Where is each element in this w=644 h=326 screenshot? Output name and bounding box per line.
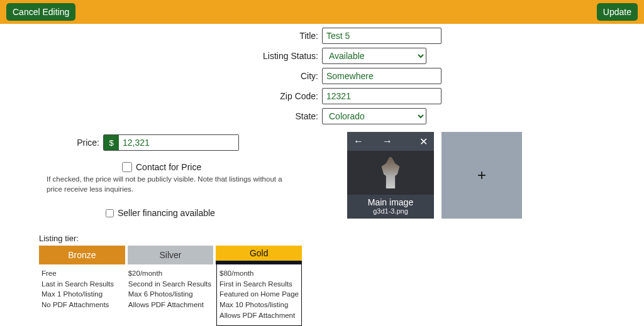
city-input[interactable] (322, 68, 441, 84)
listing-status-select[interactable]: Available (322, 48, 426, 64)
tier-tab-gold[interactable]: Gold (216, 246, 302, 261)
contact-for-price-checkbox[interactable] (122, 162, 132, 172)
tier-bronze-desc: Free Last in Search Results Max 1 Photo/… (39, 264, 123, 326)
title-label: Title: (0, 31, 322, 41)
listing-tier-label: Listing tier: (39, 234, 302, 243)
listing-status-label: Listing Status: (0, 51, 322, 61)
arrow-right-icon[interactable]: → (382, 136, 392, 147)
image-filename: g3d1-3.png (347, 207, 434, 215)
title-input[interactable] (322, 28, 441, 44)
contact-for-price-helper: If checked, the price will not be public… (47, 175, 286, 194)
contact-for-price-label: Contact for Price (136, 162, 201, 172)
state-label: State: (0, 111, 322, 121)
cancel-editing-button[interactable]: Cancel Editing (6, 3, 75, 21)
update-button[interactable]: Update (597, 3, 638, 21)
main-image-label: Main image (347, 197, 434, 207)
plus-icon: + (477, 166, 486, 184)
arrow-left-icon[interactable]: ← (353, 136, 364, 147)
add-image-button[interactable]: + (441, 132, 522, 219)
price-input-group: $ (103, 134, 239, 151)
price-input[interactable] (119, 135, 238, 150)
tier-gold-desc: $80/month First in Search Results Featur… (216, 264, 302, 326)
tier-tab-silver[interactable]: Silver (128, 246, 214, 264)
image-thumbnail (347, 151, 434, 195)
tier-tabs: Bronze Silver Gold (39, 246, 302, 264)
dollar-icon: $ (104, 135, 119, 150)
tier-tab-bronze[interactable]: Bronze (39, 246, 125, 264)
seller-financing-label: Seller financing available (118, 208, 215, 218)
zip-code-label: Zip Code: (0, 91, 322, 101)
close-icon[interactable]: ✕ (419, 136, 428, 148)
topbar: Cancel Editing Update (0, 0, 644, 24)
state-select[interactable]: Colorado (322, 108, 426, 124)
seller-financing-checkbox[interactable] (106, 209, 114, 217)
image-caption: Main image g3d1-3.png (347, 195, 434, 219)
price-label: Price: (38, 138, 99, 148)
tier-silver-desc: $20/month Second in Search Results Max 6… (126, 264, 214, 326)
city-label: City: (0, 71, 322, 81)
main-image-tile[interactable]: ← → ✕ Main image g3d1-3.png (347, 132, 434, 219)
image-toolbar: ← → ✕ (347, 132, 434, 151)
thumbnail-graphic (379, 157, 402, 188)
zip-code-input[interactable] (322, 88, 441, 104)
